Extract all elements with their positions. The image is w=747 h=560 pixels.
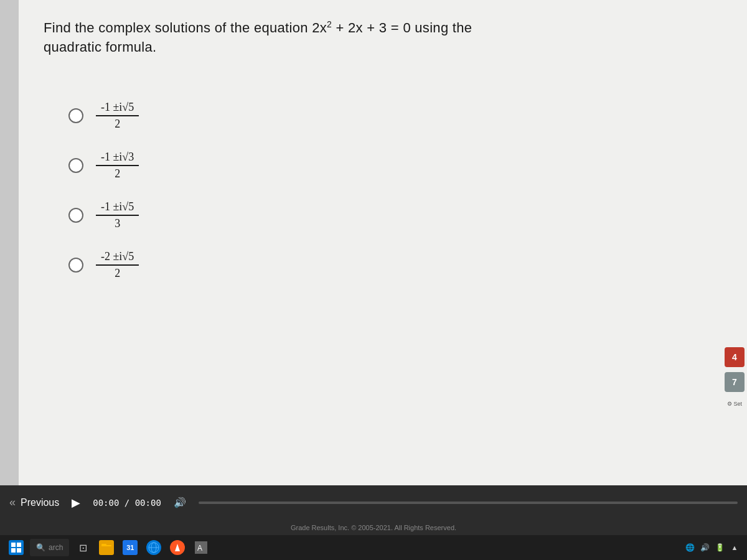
denominator-option-4: 2	[110, 266, 125, 281]
denominator-option-3: 3	[110, 216, 125, 231]
denominator-option-2: 2	[110, 166, 125, 182]
left-sidebar	[0, 0, 19, 485]
clock: ▲	[728, 541, 741, 554]
copyright-text: Grade Results, Inc. © 2005-2021. All Rig…	[291, 524, 456, 531]
taskbar-start[interactable]	[6, 538, 26, 558]
progress-bar	[199, 502, 738, 504]
svg-rect-2	[11, 548, 16, 553]
sound-icon[interactable]: 🔊	[698, 541, 711, 554]
previous-label: Previous	[21, 497, 59, 508]
arrow-left-icon: «	[9, 496, 16, 509]
radio-option-4[interactable]	[68, 258, 83, 273]
numerator-option-3: -1 ±i√5	[96, 199, 139, 216]
app2-icon: A	[194, 540, 209, 555]
search-icon: 🔍	[36, 543, 45, 552]
fraction-option-4: -2 ±i√5 2	[96, 249, 139, 281]
app1-icon	[170, 540, 185, 555]
settings-label: ⚙ Set	[727, 401, 742, 407]
svg-rect-0	[11, 543, 16, 547]
badge-4[interactable]: 4	[725, 347, 745, 367]
task-view-icon: ⊡	[75, 540, 90, 555]
file-manager-icon	[99, 540, 114, 555]
taskbar-search[interactable]: 🔍 arch	[30, 539, 69, 556]
calendar-icon: 31	[123, 540, 138, 555]
taskbar-right: 🌐 🔊 🔋 ▲	[684, 541, 741, 554]
question-text: Find the complex solutions of the equati…	[44, 19, 710, 57]
options-area: -1 ±i√5 2 -1 ±i√3 2 -1 ±i√5 3	[19, 70, 747, 311]
fraction-option-1: -1 ±i√5 2	[96, 100, 139, 132]
previous-button[interactable]: « Previous	[9, 496, 59, 509]
network-icon[interactable]: 🌐	[684, 541, 696, 554]
bottom-bar: « Previous ▶ 00:00 / 00:00 🔊	[0, 485, 747, 520]
option-row-4: -2 ±i√5 2	[68, 249, 722, 281]
denominator-option-1: 2	[110, 116, 125, 132]
taskbar-file-manager[interactable]	[96, 538, 116, 558]
settings-button[interactable]: ⚙ Set	[725, 397, 745, 411]
svg-text:A: A	[197, 544, 202, 553]
taskbar-app2[interactable]: A	[191, 538, 211, 558]
windows-icon	[9, 540, 24, 555]
taskbar-calendar[interactable]: 31	[120, 538, 140, 558]
badge-4-label: 4	[732, 352, 737, 362]
timer-display: 00:00 / 00:00	[93, 498, 161, 508]
radio-option-2[interactable]	[68, 158, 83, 173]
right-sidebar: 4 7 ⚙ Set	[722, 0, 747, 485]
play-icon: ▶	[72, 497, 80, 509]
fraction-option-3: -1 ±i√5 3	[96, 199, 139, 231]
svg-rect-3	[17, 548, 21, 553]
numerator-option-4: -2 ±i√5	[96, 249, 139, 266]
main-content: Find the complex solutions of the equati…	[19, 0, 747, 485]
browser-icon	[146, 540, 161, 555]
copyright-bar: Grade Results, Inc. © 2005-2021. All Rig…	[0, 520, 747, 535]
option-row-3: -1 ±i√5 3	[68, 199, 722, 231]
screen: Find the complex solutions of the equati…	[0, 0, 747, 560]
svg-rect-5	[101, 544, 106, 546]
taskbar: 🔍 arch ⊡ 31	[0, 535, 747, 560]
question-area: Find the complex solutions of the equati…	[19, 0, 747, 70]
question-text-part1: Find the complex solutions of the equati…	[44, 20, 327, 35]
numerator-option-2: -1 ±i√3	[96, 149, 139, 166]
radio-option-3[interactable]	[68, 208, 83, 223]
taskbar-app1[interactable]	[167, 538, 187, 558]
option-row-1: -1 ±i√5 2	[68, 100, 722, 132]
badge-7[interactable]: 7	[725, 372, 745, 392]
option-row-2: -1 ±i√3 2	[68, 149, 722, 182]
volume-icon[interactable]: 🔊	[174, 497, 186, 508]
taskbar-browser[interactable]	[144, 538, 164, 558]
battery-icon[interactable]: 🔋	[713, 541, 726, 554]
svg-rect-1	[17, 543, 21, 547]
numerator-option-1: -1 ±i√5	[96, 100, 139, 116]
search-text: arch	[49, 543, 63, 552]
play-button[interactable]: ▶	[72, 496, 80, 510]
badge-7-label: 7	[732, 377, 737, 387]
question-text-part3: quadratic formula.	[44, 39, 157, 55]
taskbar-task-view[interactable]: ⊡	[73, 538, 93, 558]
question-text-part2: + 2x + 3 = 0 using the	[332, 20, 472, 35]
question-superscript: 2	[327, 19, 332, 29]
fraction-option-2: -1 ±i√3 2	[96, 149, 139, 182]
radio-option-1[interactable]	[68, 108, 83, 123]
